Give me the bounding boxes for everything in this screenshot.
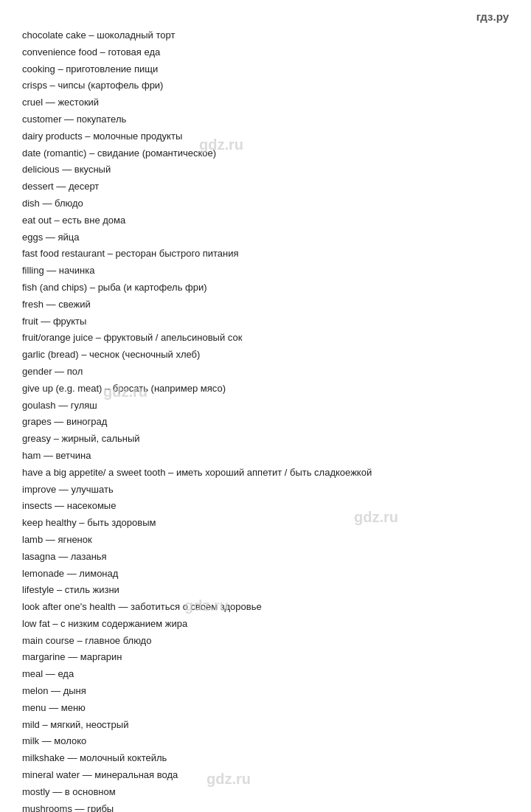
vocab-russian: свежий: [58, 299, 91, 310]
vocab-english: give up (e.g. meat): [22, 383, 102, 394]
vocabulary-list: chocolate cake – шоколадный тортconvenie…: [15, 27, 516, 812]
vocab-english: fruit: [22, 316, 38, 327]
vocab-item: low fat – с низким содержанием жира: [22, 616, 509, 633]
vocab-item: milkshake — молочный коктейль: [22, 750, 509, 767]
vocab-russian: ягненок: [58, 534, 91, 545]
vocab-item: customer — покупатель: [22, 111, 509, 128]
vocab-english: fresh: [22, 299, 44, 310]
vocab-russian: приготовление пищи: [66, 63, 158, 74]
vocab-item: mineral water — минеральная вода: [22, 767, 509, 784]
vocab-english: eat out: [22, 215, 52, 226]
vocab-russian: фруктовый / апельсиновый сок: [104, 332, 243, 343]
vocab-separator: —: [44, 265, 59, 276]
vocab-item: filling — начинка: [22, 263, 509, 280]
vocab-english: look after one's health: [22, 601, 116, 612]
vocab-russian: жирный, сальный: [62, 433, 140, 444]
vocab-russian: еда: [58, 668, 74, 679]
vocab-russian: иметь хороший аппетит / быть сладкоежкой: [176, 467, 372, 478]
vocab-russian: рыба (и картофель фри): [98, 282, 207, 293]
vocab-english: gender: [22, 366, 52, 377]
vocab-separator: –: [86, 30, 97, 41]
vocab-item: meal — еда: [22, 666, 509, 683]
vocab-english: keep healthy: [22, 517, 77, 528]
site-header: гдз.ру: [15, 7, 516, 27]
vocab-english: lemonade: [22, 568, 64, 579]
vocab-item: milk — молоко: [22, 733, 509, 750]
vocab-english: lamb: [22, 534, 43, 545]
vocab-english: dessert: [22, 181, 54, 192]
vocab-item: lamb — ягненок: [22, 532, 509, 549]
vocab-item: give up (e.g. meat) – бросать (например …: [22, 381, 509, 398]
vocab-item: dish — блюдо: [22, 195, 509, 212]
vocab-russian: мягкий, неострый: [50, 719, 128, 730]
page-container: гдз.ру gdz.ru gdz.ru gdz.ru gdz.ru gdz.r…: [0, 0, 531, 812]
vocab-english: mild: [22, 719, 40, 730]
vocab-russian: заботиться о своем здоровье: [131, 601, 262, 612]
vocab-separator: –: [51, 433, 61, 444]
vocab-item: fresh — свежий: [22, 296, 509, 313]
site-title: гдз.ру: [476, 10, 509, 23]
vocab-english: mostly: [22, 786, 50, 797]
vocab-item: lemonade — лимонад: [22, 566, 509, 583]
vocab-item: melon — дыня: [22, 683, 509, 700]
vocab-separator: –: [54, 584, 64, 595]
vocab-item: lifestyle – стиль жизни: [22, 582, 509, 599]
vocab-english: menu: [22, 702, 46, 713]
vocab-russian: молочный коктейль: [80, 752, 167, 763]
vocab-english: have a big appetite/ a sweet tooth: [22, 467, 165, 478]
vocab-english: melon: [22, 685, 48, 696]
vocab-separator: –: [83, 131, 93, 142]
vocab-separator: —: [52, 366, 66, 377]
vocab-item: keep healthy – быть здоровым: [22, 515, 509, 532]
vocab-russian: молоко: [54, 735, 86, 746]
vocab-russian: лазанья: [71, 551, 107, 562]
vocab-russian: стиль жизни: [65, 584, 119, 595]
vocab-russian: блюдо: [55, 198, 83, 209]
vocab-separator: —: [46, 702, 61, 713]
vocab-separator: —: [52, 500, 66, 511]
vocab-separator: —: [38, 316, 53, 327]
vocab-item: dairy products – молочные продукты: [22, 128, 509, 145]
vocab-separator: –: [52, 215, 62, 226]
vocab-separator: –: [77, 517, 87, 528]
vocab-english: milkshake: [22, 752, 65, 763]
vocab-english: cooking: [22, 63, 55, 74]
vocab-russian: чеснок (чесночный хлеб): [89, 349, 200, 360]
vocab-english: eggs: [22, 232, 43, 243]
vocab-russian: меню: [61, 702, 86, 713]
vocab-english: margarine: [22, 651, 66, 662]
vocab-english: dairy products: [22, 131, 83, 142]
vocab-separator: —: [41, 450, 55, 461]
vocab-item: crisps – чипсы (картофель фри): [22, 77, 509, 94]
vocab-item: menu — меню: [22, 700, 509, 717]
vocab-item: dessert — десерт: [22, 178, 509, 195]
vocab-english: greasy: [22, 433, 51, 444]
vocab-item: improve — улучшать: [22, 482, 509, 499]
vocab-item: eat out – есть вне дома: [22, 212, 509, 229]
vocab-item: lasagna — лазанья: [22, 549, 509, 566]
vocab-english: crisps: [22, 80, 47, 91]
vocab-english: convenience food: [22, 46, 97, 58]
vocab-russian: насекомые: [67, 500, 117, 511]
vocab-english: mineral water: [22, 769, 80, 780]
vocab-russian: улучшать: [71, 484, 113, 495]
vocab-english: delicious: [22, 164, 60, 175]
vocab-english: insects: [22, 500, 52, 511]
vocab-separator: —: [116, 601, 131, 612]
vocab-english: fast food restaurant: [22, 248, 105, 259]
vocab-separator: —: [61, 114, 76, 125]
vocab-item: fruit — фрукты: [22, 313, 509, 330]
vocab-english: meal: [22, 668, 43, 679]
vocab-item: convenience food – готовая еда: [22, 44, 509, 61]
vocab-separator: –: [97, 46, 108, 58]
vocab-item: cooking – приготовление пищи: [22, 61, 509, 78]
vocab-english: filling: [22, 265, 44, 276]
vocab-english: customer: [22, 114, 61, 125]
vocab-separator: —: [56, 551, 71, 562]
vocab-item: mostly — в основном: [22, 784, 509, 801]
vocab-item: fish (and chips) – рыба (и картофель фри…: [22, 280, 509, 296]
vocab-russian: начинка: [59, 265, 95, 276]
vocab-russian: ветчина: [56, 450, 91, 461]
vocab-item: look after one's health — заботиться о с…: [22, 599, 509, 616]
vocab-russian: готовая еда: [108, 46, 160, 58]
